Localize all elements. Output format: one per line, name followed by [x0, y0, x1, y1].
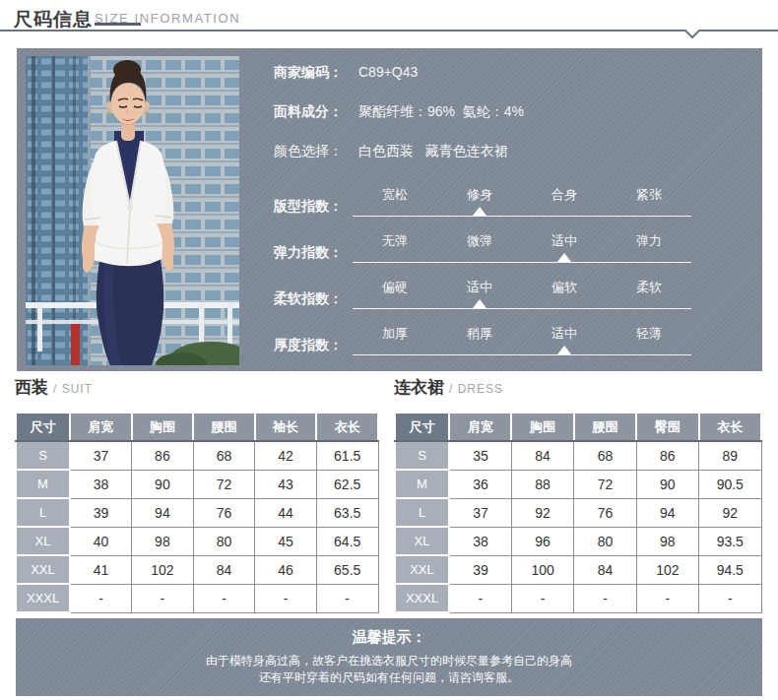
attribute-value: C89+Q43: [358, 64, 418, 82]
dress-section-title: 连衣裙/ DRESS: [394, 376, 503, 399]
dress-title-en: / DRESS: [449, 382, 503, 396]
size-information-page: 尺码信息 SIZE INFORMATION: [0, 0, 778, 700]
index-label: 版型指数：: [274, 198, 353, 217]
measurement-cell: 94: [636, 498, 698, 527]
attribute-value: 聚酯纤维：96% 氨纶：4%: [358, 103, 524, 121]
measurement-cell: 80: [193, 527, 255, 555]
tips-body: 由于模特身高过高，故客户在挑选衣服尺寸的时候尽量参考自己的身高还有平时穿着的尺码…: [16, 653, 762, 686]
index-scale: 偏硬适中偏软柔软: [353, 279, 691, 309]
table-row: M3688729090.5: [395, 470, 761, 498]
scale-term: 偏硬: [353, 279, 437, 300]
scale-line: [353, 254, 691, 263]
scale-terms: 无弹微弹适中弹力: [353, 232, 691, 254]
product-photo: [26, 56, 239, 365]
measurement-cell: 102: [132, 555, 194, 584]
measurement-cell: 61.5: [316, 441, 378, 470]
scale-terms: 偏硬适中偏软柔软: [353, 279, 691, 300]
scale-term: 适中: [437, 279, 522, 300]
tips-line: 还有平时穿着的尺码如有任何问题，请咨询客服。: [16, 669, 762, 686]
measurement-cell: -: [316, 584, 378, 612]
scale-term: 宽松: [353, 186, 437, 208]
index-scale-row: 弹力指数：无弹微弹适中弹力: [274, 232, 691, 263]
column-header: 腰围: [574, 413, 636, 441]
measurement-cell: 98: [636, 527, 698, 555]
index-scale: 宽松修身合身紧张: [353, 186, 691, 217]
measurement-cell: 80: [574, 527, 636, 555]
index-scale-row: 柔软指数：偏硬适中偏软柔软: [274, 279, 691, 309]
measurement-cell: 36: [449, 470, 511, 498]
table-row: XXXL-----: [16, 584, 378, 612]
measurement-cell: -: [132, 584, 194, 612]
measurement-cell: 94: [132, 498, 194, 527]
scale-term: 无弹: [353, 232, 437, 254]
measurement-cell: 72: [574, 470, 636, 498]
measurement-cell: 90: [132, 470, 194, 498]
measurement-cell: 38: [70, 470, 132, 498]
scale-term: 稍厚: [437, 325, 522, 347]
measurement-cell: 44: [255, 498, 317, 527]
scale-term: 紧张: [607, 186, 691, 208]
measurement-cell: 100: [511, 555, 573, 584]
size-label-cell: M: [16, 470, 70, 498]
measurement-cell: 94.5: [699, 555, 761, 584]
column-header: 衣长: [699, 413, 761, 441]
scale-term: 弹力: [607, 232, 691, 254]
attribute-row: 面料成分：聚酯纤维：96% 氨纶：4%: [274, 103, 746, 121]
table-header-row: 尺寸肩宽胸围腰围袖长衣长: [16, 413, 378, 441]
attribute-row: 商家编码：C89+Q43: [274, 64, 746, 82]
dress-title-cn: 连衣裙: [394, 378, 444, 397]
measurement-cell: 45: [255, 527, 317, 555]
measurement-cell: 68: [574, 441, 636, 470]
index-scale: 加厚稍厚适中轻薄: [353, 325, 691, 355]
measurement-cell: 93.5: [699, 527, 761, 555]
measurement-cell: 84: [193, 555, 255, 584]
triangle-marker-icon: [557, 346, 571, 354]
column-header: 尺寸: [395, 413, 449, 441]
column-header: 臀围: [636, 413, 698, 441]
product-info-panel: 商家编码：C89+Q43面料成分：聚酯纤维：96% 氨纶：4%颜色选择：白色西装…: [17, 48, 762, 371]
table-row: S3584688689: [395, 441, 761, 470]
measurement-cell: -: [255, 584, 317, 612]
scale-term: 适中: [522, 232, 607, 254]
column-header: 衣长: [316, 413, 378, 441]
measurement-cell: -: [193, 584, 255, 612]
suit-title-cn: 西装: [15, 378, 48, 397]
column-header: 肩宽: [449, 413, 511, 441]
size-label-cell: L: [395, 498, 449, 527]
measurement-cell: 37: [449, 498, 511, 527]
tips-line: 由于模特身高过高，故客户在挑选衣服尺寸的时候尽量参考自己的身高: [16, 653, 762, 669]
measurement-cell: 64.5: [316, 527, 378, 555]
size-label-cell: XL: [16, 527, 70, 555]
measurement-cell: 39: [449, 555, 511, 584]
measurement-cell: 35: [449, 441, 511, 470]
measurement-cell: 63.5: [316, 498, 378, 527]
table-row: XL3896809893.5: [395, 527, 761, 555]
measurement-cell: 42: [255, 441, 317, 470]
column-header: 胸围: [132, 413, 194, 441]
tips-panel: 温馨提示： 由于模特身高过高，故客户在挑选衣服尺寸的时候尽量参考自己的身高还有平…: [16, 618, 762, 696]
scale-term: 适中: [522, 325, 607, 347]
measurement-cell: 98: [132, 527, 194, 555]
size-label-cell: XXXL: [16, 584, 70, 612]
measurement-cell: 86: [636, 441, 698, 470]
table-row: L3792769492: [395, 498, 761, 527]
column-header: 胸围: [511, 413, 573, 441]
scale-terms: 加厚稍厚适中轻薄: [353, 325, 691, 347]
measurement-cell: 76: [193, 498, 255, 527]
measurement-cell: 84: [511, 441, 573, 470]
measurement-cell: 92: [511, 498, 573, 527]
attribute-value: 白色西装 藏青色连衣裙: [358, 143, 508, 160]
header-divider-with-notch: [0, 24, 778, 39]
measurement-cell: 88: [511, 470, 573, 498]
triangle-marker-icon: [557, 253, 571, 262]
measurement-cell: -: [574, 584, 636, 612]
dress-size-table: 尺寸肩宽胸围腰围臀围衣长S3584688689M3688729090.5L379…: [394, 412, 762, 613]
index-label: 弹力指数：: [274, 244, 353, 263]
triangle-marker-icon: [473, 299, 486, 308]
measurement-cell: 40: [70, 527, 132, 555]
index-label: 柔软指数：: [274, 290, 353, 309]
column-header: 袖长: [255, 413, 317, 441]
measurement-cell: -: [70, 584, 132, 612]
scale-line: [353, 347, 691, 355]
triangle-marker-icon: [473, 207, 486, 216]
